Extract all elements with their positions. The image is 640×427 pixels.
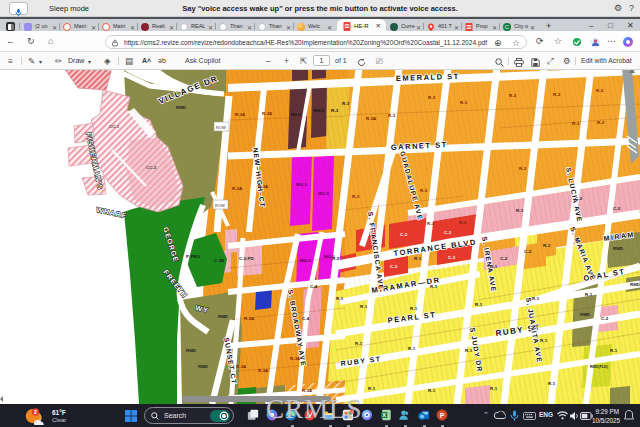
- svg-text:ROW: ROW: [216, 125, 226, 130]
- svg-text:R-3A: R-3A: [302, 388, 313, 393]
- svg-text:C-2: C-2: [524, 249, 532, 254]
- svg-text:R-3: R-3: [553, 92, 561, 97]
- svg-text:RMD: RMD: [613, 246, 623, 251]
- svg-text:R-1: R-1: [610, 348, 618, 353]
- svg-text:P: P: [440, 411, 445, 418]
- svg-text:RMD: RMD: [218, 314, 228, 319]
- svg-text:R-3: R-3: [427, 221, 435, 226]
- svg-text:R-1: R-1: [475, 302, 483, 307]
- svg-text:RMD: RMD: [630, 282, 640, 287]
- svg-text:R-1: R-1: [410, 306, 418, 311]
- svg-text:C-2: C-2: [601, 316, 609, 321]
- svg-text:R-1: R-1: [336, 296, 344, 301]
- svg-text:R-3: R-3: [331, 108, 339, 113]
- svg-text:RH-3: RH-3: [291, 112, 302, 117]
- svg-text:R-1: R-1: [532, 296, 540, 301]
- svg-text:R-1: R-1: [428, 388, 436, 393]
- svg-text:X: X: [382, 411, 386, 417]
- svg-text:o: o: [420, 413, 424, 419]
- svg-text:R-3A: R-3A: [244, 316, 255, 321]
- svg-text:R-3: R-3: [516, 208, 524, 213]
- svg-text:R-3: R-3: [420, 188, 428, 193]
- svg-text:R-3A: R-3A: [258, 184, 269, 189]
- svg-text:C-3: C-3: [448, 255, 456, 260]
- svg-text:C-4: C-4: [310, 284, 318, 289]
- svg-text:R-3: R-3: [459, 220, 467, 225]
- svg-text:MU-3: MU-3: [318, 191, 329, 196]
- svg-text:C-3: C-3: [390, 264, 398, 269]
- svg-text:C-2: C-2: [500, 256, 508, 261]
- svg-text:R-3: R-3: [428, 95, 436, 100]
- svg-text:R-3A: R-3A: [366, 116, 377, 121]
- svg-text:MU-3: MU-3: [300, 258, 311, 263]
- svg-text:ROW: ROW: [215, 203, 225, 208]
- svg-text:R-1: R-1: [368, 386, 376, 391]
- svg-text:C-2: C-2: [575, 196, 583, 201]
- svg-text:R-3: R-3: [572, 121, 580, 126]
- svg-text:R-3: R-3: [509, 93, 517, 98]
- svg-text:R-1: R-1: [490, 264, 498, 269]
- svg-text:RMD: RMD: [198, 364, 208, 369]
- svg-text:R-3: R-3: [342, 101, 350, 106]
- svg-text:R-2: R-2: [332, 256, 340, 261]
- svg-text:RMD: RMD: [176, 105, 186, 110]
- svg-text:R-1: R-1: [490, 386, 498, 391]
- svg-text:R-1: R-1: [408, 346, 416, 351]
- svg-text:C-3: C-3: [367, 228, 375, 233]
- svg-text:R-3: R-3: [543, 243, 551, 248]
- svg-text:C-2-PD: C-2-PD: [239, 256, 254, 261]
- svg-text:R-3A: R-3A: [236, 364, 247, 369]
- svg-text:R-1: R-1: [414, 256, 422, 261]
- svg-text:R-1: R-1: [360, 304, 368, 309]
- svg-text:R-3A: R-3A: [235, 112, 246, 117]
- svg-text:C-2: C-2: [613, 206, 621, 211]
- svg-text:R-3: R-3: [519, 166, 527, 171]
- svg-text:2: 2: [34, 409, 37, 415]
- svg-text:R-1: R-1: [585, 292, 593, 297]
- svg-text:C-3: C-3: [400, 232, 408, 237]
- svg-text:RH-2: RH-2: [314, 108, 325, 113]
- svg-text:C-4: C-4: [302, 316, 310, 321]
- svg-text:R-3A: R-3A: [258, 368, 269, 373]
- svg-text:R-3A: R-3A: [232, 186, 243, 191]
- svg-text:C-2B: C-2B: [214, 258, 224, 263]
- svg-text:RMD: RMD: [580, 312, 590, 317]
- svg-text:C-3: C-3: [444, 230, 452, 235]
- svg-text:R-1: R-1: [465, 348, 473, 353]
- svg-text:CC-2: CC-2: [146, 165, 157, 170]
- svg-text:MU-3: MU-3: [296, 182, 307, 187]
- svg-text:R-3A: R-3A: [262, 111, 273, 116]
- svg-text:R-3: R-3: [352, 194, 360, 199]
- svg-text:R-1: R-1: [540, 338, 548, 343]
- svg-text:RMD(PLD): RMD(PLD): [590, 365, 609, 369]
- svg-text:R-3: R-3: [596, 88, 604, 93]
- svg-text:R-3: R-3: [597, 120, 605, 125]
- svg-text:R-3A: R-3A: [290, 356, 301, 361]
- svg-text:P-PRO: P-PRO: [186, 254, 200, 259]
- svg-text:R-3: R-3: [388, 113, 396, 118]
- svg-text:R-1: R-1: [430, 284, 438, 289]
- svg-text:RMD: RMD: [186, 348, 196, 353]
- svg-text:R-3: R-3: [460, 100, 468, 105]
- svg-text:R-1: R-1: [355, 341, 363, 346]
- svg-text:R-1: R-1: [548, 381, 556, 386]
- svg-text:CC-1: CC-1: [109, 124, 120, 129]
